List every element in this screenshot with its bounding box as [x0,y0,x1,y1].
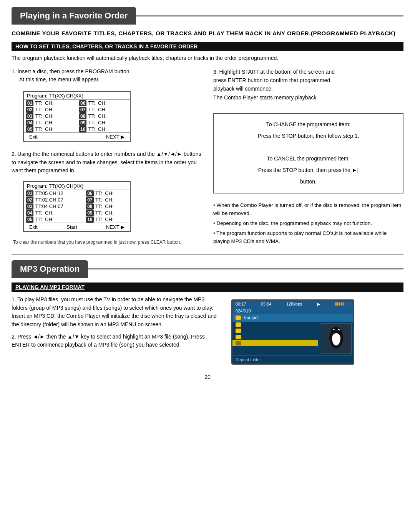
bullet-2: • Depending on the disc, the programmed … [213,219,403,228]
prog-table-1: Program: TT(XX) CH(XX) 01 TT: CH: 06 TT:… [23,91,131,142]
page-container: Playing in a Favorite Order COMBINE YOUR… [0,0,415,389]
prog-table-2-header: Program: TT(XX) CH(XX) [24,182,130,190]
mp3-col-left: 1. To play MP3 files, you must use the T… [12,296,222,365]
mp3-bottom-bar: Repeat folder [232,355,353,363]
volume-bar [335,302,350,307]
prog-cell: 08 TT: CH: [84,203,130,210]
folder-icon [236,335,241,339]
list-item [232,334,318,340]
step1-text: 1. Insert a disc, then press the PROGRAM… [12,68,202,84]
section2-banner: MP3 Operation [12,260,403,278]
mp3-path-bar: \music\ [232,314,353,322]
change-line1: To CHANGE the programmed item: [222,120,394,129]
prog-cell: 07 TT: CH: [77,106,130,113]
album-art [321,323,352,354]
step3-line3: playback will commence. [213,86,273,92]
prog-cell: 01 TT:05 CH:12 [24,190,84,197]
table-row: 04 TT: CH: 09 TT: CH: [24,210,130,216]
page-number: 20 [12,374,403,380]
prog-cell: 03 TT:04 CH:07 [24,203,84,210]
prog-cell: 10 TT: CH: [84,216,130,223]
list-item [232,322,318,328]
step1-line2: At this time, the menu will appear. [12,76,202,84]
mp3-step1-text: 1. To play MP3 files, you must use the T… [12,296,222,329]
step3-line2: press ENTER button to confirm that progr… [213,77,330,83]
step1-line1: 1. Insert a disc, then press the PROGRAM… [12,68,131,74]
folder-icon [236,341,241,345]
prog-cell: 05 TT: CH: [24,216,84,223]
list-item [232,328,318,334]
two-col-section: 1. Insert a disc, then press the PROGRAM… [12,68,403,247]
intro-bold-text: COMBINE YOUR FAVORITE TITLES, CHAPTERS, … [12,29,403,38]
prog-cell: 06 TT: CH: [84,190,130,197]
step2-text: 2. Using the the numerical buttons to en… [12,150,202,175]
prog-cell: 09 TT: CH: [77,119,130,126]
folder-icon [236,316,241,320]
change-line2: Press the STOP button, then follow step … [222,132,394,141]
table-row: 01 TT:05 CH:12 06 TT: CH: [24,190,130,197]
mp3-file-area [232,322,318,355]
mp3-path: \music\ [244,315,259,321]
prog-cell: 07 TT: CH: [84,197,130,203]
mp3-play-icon: ▶ [317,302,320,307]
mp3-time: 00:17 [236,302,246,307]
section1-title: Playing in a Favorite Order [12,7,136,25]
section-divider [12,254,403,255]
mp3-two-col: 1. To play MP3 files, you must use the T… [12,296,403,365]
col-left: 1. Insert a disc, then press the PROGRAM… [12,68,202,247]
section1-banner: Playing in a Favorite Order [12,7,403,25]
cancel-line1: To CANCEL the programmed item: [222,154,394,164]
clear-note: To clear the numbers that you have progr… [13,240,202,245]
section1-banner-line [136,15,403,17]
prog-exit-2: Exit [29,224,38,230]
prog-cell: 04 TT: CH: [24,119,77,126]
prog-table-1-header: Program: TT(XX) CH(XX) [24,92,130,100]
prog-cell: 06 TT: CH: [77,100,130,106]
mp3-step2-text: 2. Press ◄/► then the ▲/▼ key to select … [12,333,222,349]
penguin-image [327,327,346,350]
folder-icon [236,322,241,327]
prog-next-2: NEXT ▶ [106,224,124,230]
prog-table-2: Program: TT(XX) CH(XX) 01 TT:05 CH:12 06… [23,181,131,232]
folder-icon [236,329,241,333]
prog-cell: 01 TT: CH: [24,100,77,106]
prog-cell: 02 TT:02 CH:07 [24,197,84,203]
prog-start-2: Start [66,224,77,230]
section2-banner-line [88,268,403,269]
prog-table-2-rows: 01 TT:05 CH:12 06 TT: CH: 02 TT:02 CH:07… [24,190,130,223]
mp3-screen-topbar: 00:17 05:04 128kbps ▶ [232,301,353,308]
step3-text: 3. Highlight START at the bottom of the … [213,68,403,102]
list-item-selected [232,340,318,346]
cancel-line3: button. [222,177,394,187]
mp3-counter: 024/010 [232,308,353,314]
table-row: 05 TT: CH: 10 TT: CH: [24,216,130,223]
mp3-bitrate: 128kbps [286,302,302,307]
prog-cell: 10 TT: CH: [77,126,130,132]
intro-normal-text: The program playback function will autom… [12,54,403,62]
table-row: 03 TT: CH: 08 TT: CH: [24,113,130,119]
bullet-list: • When the Combo Player is turned off, o… [213,201,403,246]
section2-title: MP3 Operation [12,260,88,278]
mp3-screen: 00:17 05:04 128kbps ▶ [231,299,354,365]
prog-exit-1: Exit [29,134,38,140]
mp3-content-area [232,322,353,355]
prog-cell: 03 TT: CH: [24,113,77,119]
cancel-line2: Press the STOP button, then press the ►| [222,166,394,175]
table-row: 04 TT: CH: 09 TT: CH: [24,119,130,126]
step3-line4: The Combo Player starts memory playback. [213,94,318,101]
mp3-track: 05:04 [261,302,272,307]
prog-cell: 05 TT: CH: [24,126,77,132]
table-row: 02 TT:02 CH:07 07 TT: CH: [24,197,130,203]
prog-next-1: NEXT ▶ [106,134,124,140]
prog-cell: 09 TT: CH: [84,210,130,216]
prog-table-1-footer: Exit NEXT ▶ [24,132,130,141]
table-row: 01 TT: CH: 06 TT: CH: [24,100,130,106]
bullet-1: • When the Combo Player is turned off, o… [213,201,403,218]
prog-cell: 08 TT: CH: [77,113,130,119]
black-bar-1: HOW TO SET TITLES, CHAPTERS, OR TRACKS I… [12,42,403,51]
prog-cell: 02 TT: CH: [24,106,77,113]
black-bar-2: PLAYING AN MP3 FORMAT [12,283,403,292]
step3-line1: 3. Highlight START at the bottom of the … [213,69,335,75]
change-spacer [222,143,394,152]
prog-table-1-rows: 01 TT: CH: 06 TT: CH: 02 TT: CH: 07 TT: … [24,100,130,132]
